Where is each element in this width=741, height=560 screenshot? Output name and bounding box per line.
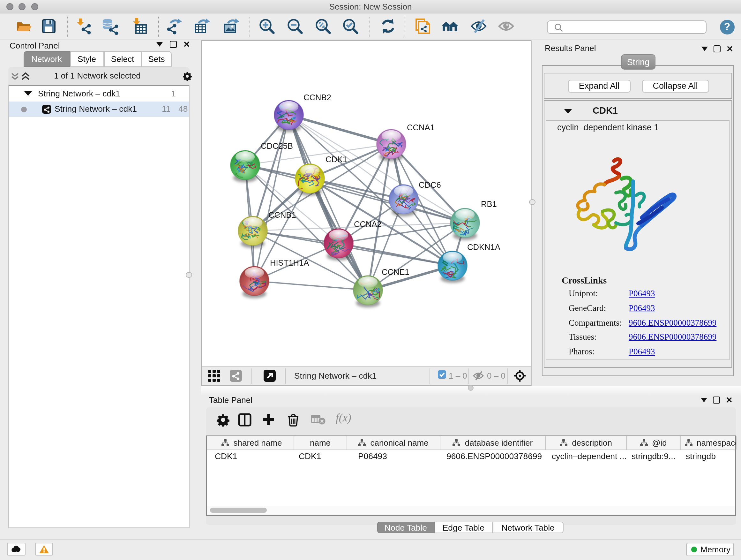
svg-text:HIST1H1A: HIST1H1A bbox=[270, 258, 309, 267]
svg-text:CCNA2: CCNA2 bbox=[354, 219, 382, 228]
svg-text:CDC25B: CDC25B bbox=[261, 141, 293, 150]
svg-text:CCNB1: CCNB1 bbox=[268, 210, 296, 219]
svg-text:RB1: RB1 bbox=[481, 199, 497, 208]
svg-text:CDKN1A: CDKN1A bbox=[467, 242, 501, 251]
svg-text:CDC6: CDC6 bbox=[419, 180, 441, 189]
svg-text:CCNA1: CCNA1 bbox=[407, 123, 434, 132]
svg-text:CDK1: CDK1 bbox=[326, 154, 347, 164]
svg-text:CCNE1: CCNE1 bbox=[382, 267, 409, 276]
svg-text:CCNB2: CCNB2 bbox=[304, 92, 331, 102]
